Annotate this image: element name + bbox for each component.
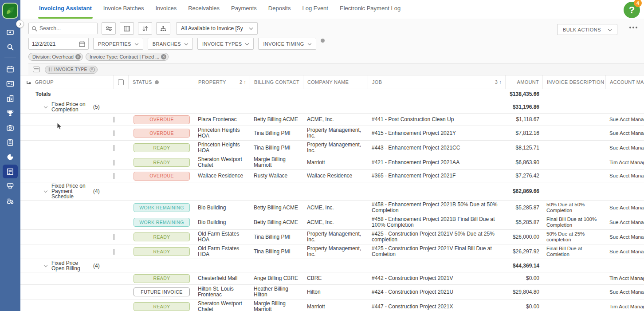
row-checkbox[interactable] <box>114 173 114 179</box>
view-selector-dropdown[interactable]: All Available to Invoice [Sy <box>176 22 258 35</box>
invoice-row[interactable]: OVERDUE Princeton Heights HOA Tina Billi… <box>20 126 644 141</box>
status-badge[interactable]: OVERDUE <box>134 129 190 138</box>
status-badge[interactable]: READY <box>134 232 190 241</box>
invoice-row[interactable]: WORK REMAINING Bio Building Betty Billin… <box>20 201 644 215</box>
row-checkbox[interactable] <box>114 130 114 136</box>
invoice-row[interactable]: READY Sheraton Westport Chalet Margie Bi… <box>20 155 644 170</box>
cell-job[interactable]: #458 - Enhancement Project 2021B Final B… <box>368 215 506 229</box>
date-input[interactable] <box>32 41 72 47</box>
status-badge[interactable]: OVERDUE <box>134 115 190 124</box>
tab-log-event[interactable]: Log Event <box>301 0 329 19</box>
sidebar-item-properties[interactable] <box>0 91 20 106</box>
cell-property[interactable]: Princeton Heights HOA <box>194 141 250 155</box>
cell-job[interactable]: #425 - Construction Project 2021V Final … <box>368 244 506 259</box>
column-header-group[interactable]: GROUP <box>31 75 114 89</box>
row-checkbox[interactable] <box>114 160 114 165</box>
row-checkbox[interactable] <box>114 249 114 255</box>
cell-property[interactable]: Old Farm Estates HOA <box>194 230 250 244</box>
group-by-chip-invoice-type[interactable]: INVOICE TYPE ✕ <box>45 66 98 74</box>
cell-property[interactable]: Bio Building <box>194 218 250 227</box>
remove-filter-icon[interactable]: ✕ <box>75 54 81 59</box>
cell-job[interactable]: #421 - Enhancement Project 2021AA <box>368 158 506 167</box>
column-header-billing-contact[interactable]: BILLING CONTACT <box>250 75 303 89</box>
status-badge[interactable]: READY <box>134 143 190 152</box>
cell-job[interactable]: #447 - Construction Project 2021X <box>368 303 506 311</box>
status-badge[interactable]: OVERDUE <box>134 172 190 181</box>
cell-job[interactable]: #458 - Enhancement Project 2021B 50% Due… <box>368 201 506 215</box>
group-collapse-chevron-icon[interactable] <box>44 264 47 268</box>
sidebar-item-invoicing[interactable] <box>0 164 20 179</box>
invoice-row[interactable]: READY Sheraton Westport Chalet Margie Bi… <box>20 299 644 311</box>
sidebar-item-purchasing[interactable] <box>0 179 20 193</box>
invoice-row[interactable]: OVERDUE Plaza Frontenac Betty Billing AC… <box>20 114 644 126</box>
cell-job[interactable]: #425 - Construction Project 2021V 50% Du… <box>368 230 506 244</box>
sidebar-item-reports[interactable] <box>0 150 20 164</box>
filter-settings-button[interactable] <box>102 22 116 35</box>
sidebar-item-equipment[interactable] <box>0 193 20 208</box>
cell-property[interactable]: Sheraton Westport Chalet <box>194 155 250 169</box>
filter-chip-division[interactable]: Division: Overhead ✕ <box>28 53 83 61</box>
group-hierarchy-button[interactable] <box>156 22 170 35</box>
tab-invoicing-assistant[interactable]: Invoicing Assistant <box>38 0 93 19</box>
sidebar-expand-button[interactable] <box>16 20 24 28</box>
tab-invoice-batches[interactable]: Invoice Batches <box>102 0 145 19</box>
row-checkbox[interactable] <box>114 234 114 240</box>
invoice-types-filter-dropdown[interactable]: INVOICE TYPES <box>197 38 254 50</box>
column-header-account-manager[interactable]: ACCOUNT MANAGER <box>606 75 644 89</box>
status-badge[interactable]: READY <box>134 274 190 283</box>
tab-deposits[interactable]: Deposits <box>267 0 292 19</box>
tab-payments[interactable]: Payments <box>230 0 258 19</box>
cell-job[interactable]: #365 - Enhancement Project 2021F <box>368 172 506 180</box>
invoice-row[interactable]: READY Princeton Heights HOA Tina Billing… <box>20 141 644 155</box>
column-chooser-button[interactable] <box>120 22 134 35</box>
tab-receivables[interactable]: Receivables <box>187 0 220 19</box>
sidebar-item-opportunities[interactable] <box>0 106 20 120</box>
sidebar-item-site-audit[interactable] <box>0 120 20 135</box>
status-badge[interactable]: READY <box>134 302 190 311</box>
cell-property[interactable]: Wallace Residence <box>194 172 250 180</box>
invoice-timing-filter-dropdown[interactable]: INVOICE TIMING <box>258 38 316 50</box>
branches-filter-dropdown[interactable]: BRANCHES <box>148 38 193 50</box>
row-checkbox[interactable] <box>114 145 114 151</box>
tab-electronic-payment-log[interactable]: Electronic Payment Log <box>339 0 401 19</box>
cell-property[interactable]: Sheraton Westport Chalet <box>194 299 250 311</box>
tab-invoices[interactable]: Invoices <box>155 0 178 19</box>
cell-property[interactable]: Plaza Frontenac <box>194 115 250 124</box>
cell-job[interactable]: #441 - Post Construction Clean Up <box>368 115 506 124</box>
more-options-button[interactable] <box>628 27 637 28</box>
status-badge[interactable]: FUTURE INVOICE <box>134 287 190 296</box>
column-header-amount[interactable]: AMOUNT <box>506 75 543 89</box>
bulk-actions-dropdown[interactable]: BULK ACTIONS <box>557 24 617 35</box>
group-collapse-chevron-icon[interactable] <box>44 105 47 109</box>
status-info-icon[interactable] <box>155 80 159 84</box>
cell-property[interactable]: Hilton St. Louis Frontenac <box>194 285 250 299</box>
invoice-row[interactable]: FUTURE INVOICE Hilton St. Louis Frontena… <box>20 285 644 299</box>
invoice-row[interactable]: WORK REMAINING Bio Building Betty Billin… <box>20 215 644 230</box>
properties-filter-dropdown[interactable]: PROPERTIES <box>93 38 143 50</box>
cell-property[interactable]: Chesterfield Mall <box>194 274 250 283</box>
search-input[interactable] <box>39 25 93 31</box>
group-panel-icon[interactable] <box>33 67 40 72</box>
aspire-leaf-logo[interactable] <box>2 3 18 19</box>
filter-chip-invoice-type[interactable]: Invoice Type: Contract | Fixed ... ✕ <box>86 53 169 61</box>
cell-job[interactable]: #442 - Construction Project 2021V <box>368 274 506 283</box>
column-header-status[interactable]: STATUS <box>129 75 194 89</box>
sort-button[interactable] <box>138 22 152 35</box>
status-badge[interactable]: READY <box>134 158 190 167</box>
remove-group-icon[interactable]: ✕ <box>90 67 95 72</box>
status-badge[interactable]: READY <box>134 247 190 256</box>
cell-property[interactable]: Princeton Heights HOA <box>194 126 250 140</box>
invoice-date-field[interactable] <box>28 38 89 50</box>
invoice-row[interactable]: OVERDUE Wallace Residence Rusty Wallace … <box>20 170 644 182</box>
column-header-job[interactable]: JOB3 ↑ <box>368 75 506 89</box>
status-badge[interactable]: WORK REMAINING <box>134 218 190 227</box>
cell-property[interactable]: Old Farm Estates HOA <box>194 244 250 259</box>
sidebar-item-search[interactable] <box>0 39 20 54</box>
remove-filter-icon[interactable]: ✕ <box>161 54 166 59</box>
group-collapse-chevron-icon[interactable] <box>44 189 47 193</box>
collapse-all-header[interactable] <box>20 75 31 89</box>
cell-job[interactable]: #443 - Enhancement Project 2021CC <box>368 144 506 152</box>
sidebar-item-contacts[interactable] <box>0 76 20 91</box>
drag-handle-icon[interactable] <box>48 67 52 71</box>
invoice-row[interactable]: READY Chesterfield Mall Ange Billing CBR… <box>20 272 644 285</box>
